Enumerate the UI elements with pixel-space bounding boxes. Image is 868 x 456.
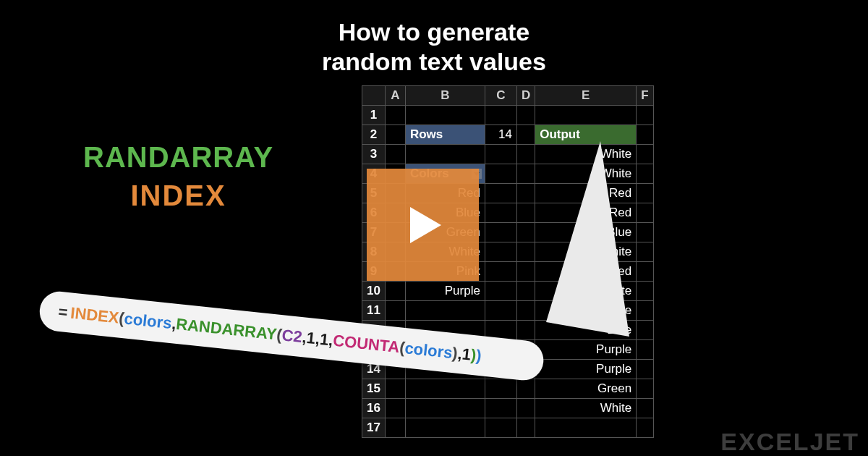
col-header-d: D [516, 86, 535, 106]
paren-close: ) [475, 346, 482, 366]
svg-marker-0 [546, 141, 629, 337]
output-cell: Green [535, 379, 637, 399]
rows-value-cell: 14 [485, 125, 516, 145]
formula-counta: COUNTA [332, 331, 401, 357]
title-line-1: How to generate [0, 17, 868, 47]
color-cell: Purple [405, 282, 485, 301]
corner-cell [362, 86, 386, 106]
slide-title: How to generate random text values [0, 17, 868, 77]
row-header: 10 [362, 282, 386, 301]
rows-label-cell: Rows [405, 125, 485, 145]
function-randarray-label: RANDARRAY [83, 141, 273, 174]
row-header: 15 [362, 379, 386, 399]
formula-ref-c2: C2 [281, 326, 303, 347]
formula-name-colors: colors [404, 339, 453, 363]
play-button[interactable] [367, 169, 479, 281]
formula-randarray: RANDARRAY [175, 314, 278, 343]
col-header-c: C [485, 86, 516, 106]
svg-marker-1 [410, 207, 441, 243]
function-index-label: INDEX [83, 180, 273, 212]
title-line-2: random text values [0, 47, 868, 77]
output-cell: White [535, 399, 637, 418]
row-header: 11 [362, 301, 386, 321]
row-header: 16 [362, 399, 386, 418]
function-list: RANDARRAY INDEX [83, 141, 273, 212]
col-header-a: A [385, 86, 405, 106]
row-header: 17 [362, 418, 386, 438]
row-header: 2 [362, 125, 386, 145]
formula-equals: = [57, 302, 69, 321]
play-icon [401, 203, 445, 247]
watermark-logo: EXCELJET [720, 428, 859, 456]
col-header-e: E [535, 86, 637, 106]
row-header: 1 [362, 106, 386, 125]
callout-pointer-shape [542, 141, 658, 344]
formula-name-colors: colors [123, 309, 172, 333]
col-header-b: B [405, 86, 485, 106]
output-cell: Purple [535, 360, 637, 379]
formula-index: INDEX [69, 303, 120, 327]
row-header: 3 [362, 145, 386, 164]
col-header-f: F [637, 86, 653, 106]
